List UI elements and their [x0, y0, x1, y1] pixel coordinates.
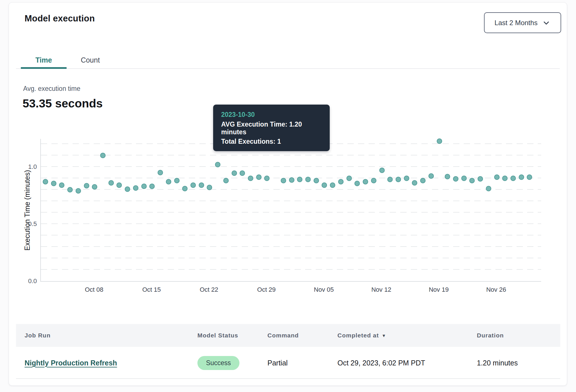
- data-point[interactable]: [461, 176, 467, 181]
- data-point[interactable]: [469, 178, 475, 183]
- tab-bar: Time Count: [16, 52, 560, 69]
- data-point[interactable]: [256, 175, 261, 180]
- table-row: Nightly Production Refresh Success Parti…: [16, 347, 560, 379]
- x-tick-label: Oct 08: [77, 286, 111, 293]
- tooltip-date: 2023-10-30: [221, 111, 322, 119]
- y-axis-title: Execution Time (minutes): [23, 170, 31, 251]
- data-point[interactable]: [322, 183, 327, 188]
- data-point[interactable]: [141, 184, 147, 189]
- date-range-value: Last 2 Months: [495, 19, 538, 27]
- data-point[interactable]: [387, 177, 393, 182]
- avg-execution-time-value: 53.35 seconds: [23, 97, 103, 110]
- data-point[interactable]: [108, 180, 114, 186]
- data-point[interactable]: [67, 187, 73, 193]
- tooltip-total-line: Total Executions: 1: [221, 138, 322, 145]
- sort-desc-icon[interactable]: ▼: [382, 333, 386, 338]
- x-tick-label: Nov 12: [364, 286, 399, 293]
- tab-time[interactable]: Time: [21, 52, 67, 68]
- y-tick-label: 0.5: [23, 220, 37, 228]
- data-point[interactable]: [527, 175, 532, 180]
- gridline: [41, 235, 541, 235]
- page-title: Model execution: [25, 13, 95, 24]
- gridline: [41, 223, 541, 224]
- data-point[interactable]: [84, 183, 89, 189]
- data-point[interactable]: [289, 177, 294, 183]
- data-point[interactable]: [51, 181, 56, 186]
- data-point[interactable]: [125, 187, 130, 192]
- x-tick-label: Oct 29: [249, 286, 283, 293]
- data-point[interactable]: [313, 178, 319, 183]
- data-point[interactable]: [264, 176, 270, 181]
- data-point[interactable]: [117, 183, 122, 188]
- data-point[interactable]: [207, 185, 212, 190]
- column-header-model-status: Model Status: [197, 324, 238, 347]
- data-point[interactable]: [437, 139, 442, 144]
- data-point[interactable]: [420, 178, 426, 183]
- data-point[interactable]: [75, 188, 81, 194]
- data-point[interactable]: [445, 174, 450, 179]
- x-tick-label: Nov 26: [479, 286, 513, 293]
- data-point[interactable]: [346, 176, 352, 181]
- data-point[interactable]: [453, 176, 459, 182]
- gridline: [41, 201, 541, 201]
- data-point[interactable]: [363, 179, 368, 185]
- data-point[interactable]: [305, 177, 311, 182]
- model-execution-card: Model execution Last 2 Months Time Count…: [9, 2, 567, 386]
- tooltip-avg-line: AVG Execution Time: 1.20 minutes: [221, 121, 322, 136]
- data-point[interactable]: [182, 186, 188, 191]
- x-tick-label: Oct 15: [134, 286, 169, 293]
- data-point[interactable]: [149, 184, 155, 189]
- chart-tooltip: 2023-10-30 AVG Execution Time: 1.20 minu…: [213, 105, 330, 151]
- gridline: [41, 212, 541, 213]
- data-point[interactable]: [412, 180, 417, 186]
- data-point[interactable]: [190, 183, 196, 188]
- tab-count[interactable]: Count: [72, 52, 109, 68]
- gridline: [41, 269, 541, 270]
- gridline: [41, 258, 541, 258]
- y-tick-label: 0.0: [23, 277, 37, 285]
- data-point[interactable]: [338, 179, 343, 185]
- data-point[interactable]: [133, 185, 138, 191]
- data-point[interactable]: [59, 183, 65, 188]
- data-point[interactable]: [478, 176, 483, 182]
- data-point[interactable]: [519, 175, 524, 180]
- data-point[interactable]: [330, 183, 335, 188]
- column-header-completed-at[interactable]: Completed at ▼: [337, 324, 386, 347]
- data-point[interactable]: [240, 171, 245, 176]
- data-point[interactable]: [199, 183, 204, 188]
- data-point[interactable]: [92, 184, 97, 190]
- data-point[interactable]: [371, 178, 376, 183]
- data-point[interactable]: [502, 176, 508, 181]
- data-point[interactable]: [248, 176, 253, 181]
- x-tick-label: Nov 19: [422, 286, 456, 293]
- x-tick-label: Nov 05: [307, 286, 341, 293]
- data-point[interactable]: [355, 181, 360, 186]
- gridline: [41, 246, 541, 247]
- table-header-row: Job Run Model Status Command Completed a…: [16, 324, 560, 347]
- data-point[interactable]: [166, 179, 171, 185]
- data-point[interactable]: [174, 178, 179, 183]
- duration-cell: 1.20 minutes: [477, 347, 518, 379]
- date-range-dropdown[interactable]: Last 2 Months: [484, 12, 561, 33]
- completed-at-cell: Oct 29, 2023, 6:02 PM PDT: [337, 347, 425, 379]
- chevron-down-icon: [542, 19, 551, 27]
- job-runs-table: Job Run Model Status Command Completed a…: [16, 324, 560, 379]
- data-point[interactable]: [486, 186, 491, 191]
- data-point[interactable]: [215, 162, 221, 167]
- data-point[interactable]: [395, 177, 401, 182]
- data-point[interactable]: [231, 171, 237, 176]
- data-point[interactable]: [404, 176, 409, 181]
- data-point[interactable]: [100, 153, 106, 158]
- y-tick-label: 1.0: [23, 163, 37, 171]
- data-point[interactable]: [281, 178, 286, 183]
- data-point[interactable]: [43, 179, 48, 185]
- data-point[interactable]: [297, 177, 303, 182]
- data-point[interactable]: [511, 176, 516, 181]
- gridline: [41, 155, 541, 155]
- data-point[interactable]: [158, 170, 163, 175]
- data-point[interactable]: [428, 173, 434, 179]
- data-point[interactable]: [223, 178, 229, 183]
- data-point[interactable]: [494, 175, 499, 180]
- job-run-link[interactable]: Nightly Production Refresh: [25, 359, 117, 367]
- data-point[interactable]: [379, 168, 385, 173]
